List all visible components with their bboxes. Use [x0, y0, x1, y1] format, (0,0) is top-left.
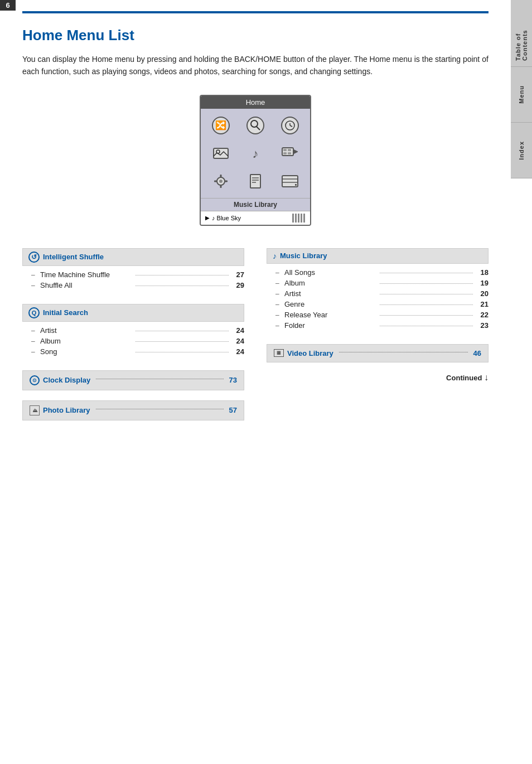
item-dots	[136, 275, 229, 275]
svg-rect-23	[250, 175, 260, 188]
now-playing-bars	[292, 214, 306, 223]
list-item: – Time Machine Shuffle 27	[22, 269, 244, 280]
svg-rect-19	[220, 175, 222, 177]
device-now-playing: ▶ ♪ Blue Sky	[201, 211, 310, 225]
item-text: Artist	[40, 326, 133, 335]
menu-sections-grid: ↺ Intelligent Shuffle – Time Machine Shu…	[22, 248, 489, 431]
svg-text:🔀: 🔀	[215, 120, 226, 130]
svg-rect-21	[214, 180, 217, 182]
list-item: – Album 19	[267, 278, 489, 288]
item-page: 22	[475, 311, 489, 319]
photo-dots	[96, 409, 224, 409]
item-dots	[136, 286, 229, 286]
item-prefix: –	[275, 311, 282, 319]
music-library-header: ♪ Music Library	[267, 248, 489, 264]
svg-rect-16	[288, 152, 291, 154]
svg-text:♪: ♪	[253, 147, 259, 161]
intelligent-shuffle-items: – Time Machine Shuffle 27 – Shuffle All …	[22, 269, 244, 291]
svg-point-2	[247, 117, 264, 134]
item-dots	[136, 331, 229, 331]
list-item: – Artist 24	[22, 325, 244, 336]
item-text: Folder	[284, 321, 378, 330]
item-page: 18	[475, 268, 489, 277]
item-text: Artist	[284, 289, 378, 298]
continued-text: Continued ↓	[267, 373, 489, 383]
page-title: Home Menu List	[22, 27, 489, 44]
tab-menu[interactable]: Menu	[511, 67, 532, 123]
item-page: 23	[475, 321, 489, 330]
item-text: Genre	[284, 300, 378, 308]
left-column: ↺ Intelligent Shuffle – Time Machine Shu…	[22, 248, 244, 431]
tab-index[interactable]: Index	[511, 123, 532, 178]
svg-rect-15	[283, 152, 287, 154]
svg-rect-30	[295, 184, 297, 186]
continued-arrow: ↓	[484, 373, 489, 383]
intelligent-shuffle-label: Intelligent Shuffle	[43, 253, 104, 261]
svg-rect-14	[288, 149, 291, 151]
list-item: – Song 24	[22, 346, 244, 357]
item-text: All Songs	[284, 268, 378, 277]
video-icon: ▦	[274, 349, 284, 357]
item-dots	[380, 304, 473, 305]
list-item: – Release Year 22	[267, 310, 489, 320]
list-item: – Album 24	[22, 336, 244, 346]
video-library-item: ▦ Video Library 46	[267, 344, 489, 362]
continued-label: Continued	[446, 374, 482, 382]
photo-library-label: Photo Library	[43, 406, 90, 414]
right-column: ♪ Music Library – All Songs 18 – Album 1…	[267, 248, 489, 431]
item-text: Album	[40, 337, 133, 345]
item-page: 27	[231, 270, 244, 279]
device-icon-search	[241, 114, 270, 137]
item-prefix: –	[275, 269, 282, 277]
photo-page: 57	[229, 406, 237, 414]
now-playing-text: ♪ Blue Sky	[212, 215, 290, 221]
item-prefix: –	[31, 348, 38, 356]
search-icon: Q	[28, 307, 40, 318]
item-dots	[380, 326, 473, 326]
clock-display-label: Clock Display	[43, 376, 90, 384]
clock-display-item: ⊙ Clock Display 73	[22, 370, 244, 390]
item-prefix: –	[275, 322, 282, 330]
photo-icon: ⛰	[30, 405, 40, 415]
item-dots	[380, 273, 473, 273]
item-text: Release Year	[284, 311, 378, 319]
item-text: Shuffle All	[40, 281, 133, 289]
item-page: 29	[231, 281, 244, 289]
device-label: Music Library	[201, 198, 310, 211]
music-library-label: Music Library	[280, 252, 327, 260]
item-page: 24	[231, 326, 244, 335]
photo-library-bar: ⛰ Photo Library 57	[22, 400, 244, 420]
list-item: – Genre 21	[267, 299, 489, 310]
svg-rect-9	[214, 148, 228, 158]
tab-index-label: Index	[518, 136, 525, 166]
device-icon-video	[275, 142, 304, 165]
right-sidebar: Table of Contents Menu Index	[511, 0, 532, 764]
initial-search-section: Q Initial Search – Artist 24 – Album 24	[22, 304, 244, 357]
item-dots	[136, 341, 229, 342]
item-page: 19	[475, 279, 489, 287]
device-title: Home	[201, 96, 310, 109]
item-prefix: –	[275, 301, 282, 308]
clock-icon: ⊙	[30, 375, 40, 385]
item-dots	[380, 294, 473, 294]
top-divider	[22, 11, 489, 13]
device-mockup: Home 🔀	[22, 95, 489, 226]
initial-search-label: Initial Search	[43, 308, 88, 317]
device-icon-settings	[206, 170, 235, 192]
item-prefix: –	[31, 282, 38, 289]
tab-menu-label: Menu	[518, 80, 525, 109]
device-icon-clock	[275, 114, 304, 137]
item-prefix: –	[31, 327, 38, 335]
clock-display-bar: ⊙ Clock Display 73	[22, 370, 244, 390]
list-item: – Folder 23	[267, 320, 489, 331]
intro-paragraph: You can display the Home menu by pressin…	[22, 53, 489, 78]
list-item: – Shuffle All 29	[22, 280, 244, 291]
item-prefix: –	[31, 337, 38, 345]
device-screen: Home 🔀	[200, 95, 311, 226]
item-dots	[136, 352, 229, 352]
video-library-label: Video Library	[287, 349, 333, 357]
main-content: Home Menu List You can display the Home …	[0, 0, 511, 464]
clock-page: 73	[229, 376, 237, 384]
device-icon-more	[275, 170, 304, 192]
tab-table-of-contents[interactable]: Table of Contents	[511, 0, 532, 67]
